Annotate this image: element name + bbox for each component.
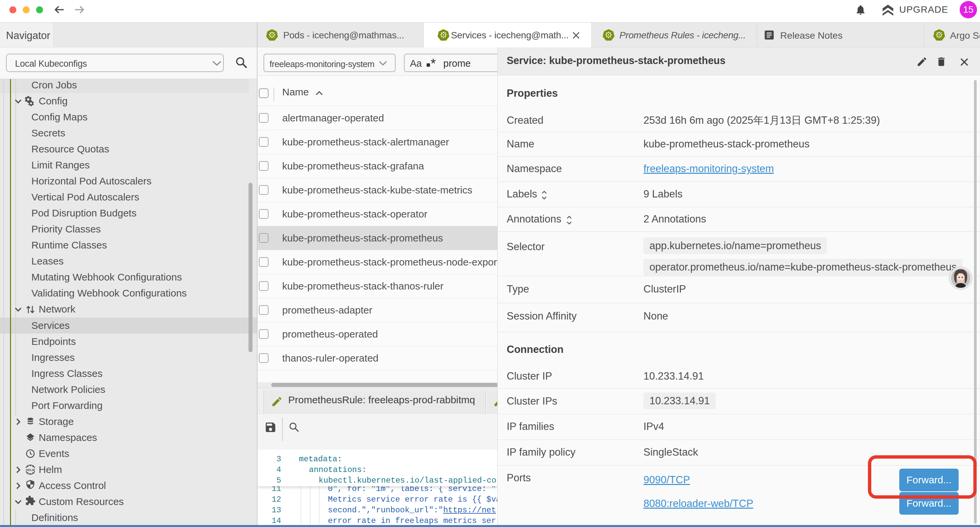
svg-text:HELM: HELM — [26, 468, 35, 471]
